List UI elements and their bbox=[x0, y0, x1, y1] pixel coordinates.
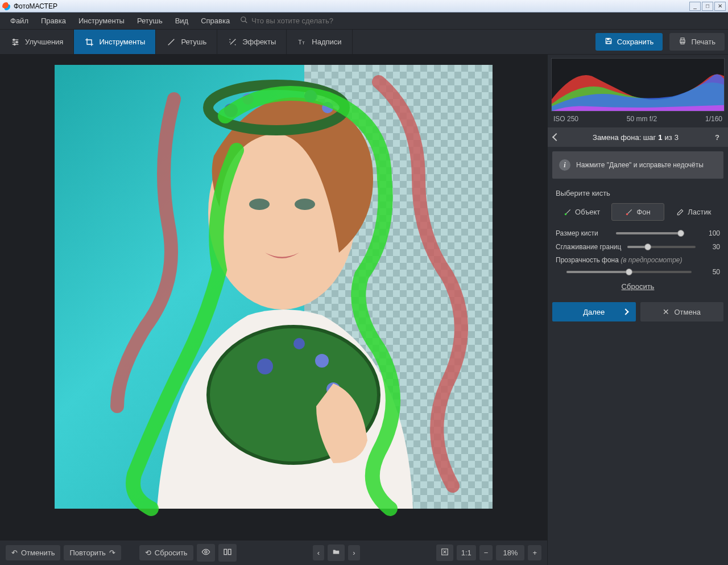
brush-icon bbox=[166, 37, 176, 47]
opacity-slider[interactable] bbox=[566, 267, 692, 277]
window-titlebar: ФотоМАСТЕР _ □ ✕ bbox=[0, 0, 728, 13]
brush-size-slider[interactable] bbox=[616, 229, 684, 238]
undo-button[interactable]: ↶Отменить bbox=[6, 545, 60, 560]
redo-button[interactable]: Повторить↷ bbox=[64, 545, 121, 560]
brush-object-icon bbox=[564, 208, 572, 216]
svg-point-7 bbox=[14, 43, 15, 45]
zoom-level[interactable]: 18% bbox=[496, 545, 524, 560]
save-label: Сохранить bbox=[617, 38, 654, 46]
brush-eraser-label: Ластик bbox=[688, 208, 711, 216]
reset-label: Сбросить bbox=[155, 548, 188, 557]
plus-icon: + bbox=[532, 548, 537, 557]
app-logo-icon bbox=[2, 2, 10, 10]
menu-tools[interactable]: Инструменты bbox=[73, 14, 130, 27]
magic-wand-icon bbox=[228, 37, 238, 47]
eye-icon bbox=[201, 547, 210, 558]
tab-effects[interactable]: Эффекты bbox=[217, 30, 287, 54]
svg-point-0 bbox=[241, 17, 246, 22]
tab-enhance-label: Улучшения bbox=[25, 38, 63, 46]
tab-text[interactable]: TT Надписи bbox=[287, 30, 352, 54]
maximize-button[interactable]: □ bbox=[702, 2, 713, 11]
zoom-actual-button[interactable]: 1:1 bbox=[457, 545, 476, 560]
undo-label: Отменить bbox=[21, 548, 55, 557]
svg-rect-31 bbox=[228, 549, 231, 554]
zoom-out-button[interactable]: − bbox=[479, 545, 493, 560]
tab-retouch[interactable]: Ретушь bbox=[156, 30, 217, 54]
minimize-button[interactable]: _ bbox=[689, 2, 701, 11]
cancel-button[interactable]: ✕ Отмена bbox=[640, 302, 724, 321]
brush-object-label: Объект bbox=[575, 208, 600, 216]
cancel-label: Отмена bbox=[674, 308, 701, 316]
step-current: 1 bbox=[658, 133, 662, 142]
exif-bar: ISO 250 50 mm f/2 1/160 bbox=[548, 113, 728, 127]
opacity-value: 50 bbox=[702, 268, 720, 276]
tab-instruments[interactable]: Инструменты bbox=[74, 30, 156, 54]
svg-text:T: T bbox=[299, 39, 303, 46]
search-input[interactable] bbox=[249, 14, 363, 27]
smooth-slider[interactable] bbox=[627, 242, 696, 251]
svg-point-34 bbox=[626, 213, 628, 215]
next-file-button[interactable]: › bbox=[348, 545, 359, 560]
preview-toggle-button[interactable] bbox=[197, 544, 215, 562]
exif-iso: ISO 250 bbox=[553, 115, 578, 123]
next-button[interactable]: Далее bbox=[552, 302, 636, 321]
histogram[interactable] bbox=[551, 58, 725, 112]
back-button[interactable] bbox=[552, 133, 560, 141]
smooth-value: 30 bbox=[702, 243, 720, 251]
menu-file[interactable]: Файл bbox=[5, 14, 34, 27]
fit-screen-button[interactable] bbox=[436, 545, 453, 561]
compare-button[interactable] bbox=[218, 544, 237, 562]
brush-size-label: Размер кисти bbox=[556, 229, 598, 237]
zoom-in-button[interactable]: + bbox=[528, 545, 541, 560]
close-button[interactable]: ✕ bbox=[714, 2, 726, 11]
svg-point-33 bbox=[565, 213, 567, 215]
tab-text-label: Надписи bbox=[312, 38, 341, 46]
svg-point-27 bbox=[293, 338, 305, 349]
print-button[interactable]: Печать bbox=[669, 33, 725, 51]
opacity-note: (в предпросмотре) bbox=[621, 256, 682, 264]
help-button[interactable]: ? bbox=[712, 132, 722, 142]
brush-object-button[interactable]: Объект bbox=[556, 203, 608, 221]
compare-icon bbox=[223, 547, 232, 558]
step-prefix: Замена фона: шаг bbox=[593, 133, 656, 142]
brush-eraser-button[interactable]: Ластик bbox=[668, 203, 720, 221]
exif-lens: 50 mm f/2 bbox=[627, 115, 657, 123]
text-icon: TT bbox=[297, 37, 307, 47]
step-of: из bbox=[665, 133, 672, 142]
brush-section-label: Выберите кисть bbox=[556, 189, 720, 197]
svg-rect-11 bbox=[607, 42, 610, 44]
crop-icon bbox=[84, 37, 94, 47]
sliders-icon bbox=[10, 37, 20, 47]
save-button[interactable]: Сохранить bbox=[595, 33, 663, 51]
menu-help[interactable]: Справка bbox=[195, 14, 235, 27]
menu-view[interactable]: Вид bbox=[169, 14, 195, 27]
redo-icon: ↷ bbox=[109, 548, 115, 557]
chevron-left-icon: ‹ bbox=[317, 548, 320, 557]
svg-rect-10 bbox=[607, 38, 610, 40]
reset-button[interactable]: ⟲Сбросить bbox=[139, 545, 193, 560]
photo-canvas[interactable] bbox=[55, 65, 493, 509]
reset-link[interactable]: Сбросить bbox=[556, 282, 720, 291]
menu-retouch[interactable]: Ретушь bbox=[131, 14, 168, 27]
close-icon: ✕ bbox=[663, 307, 669, 316]
brush-background-label: Фон bbox=[636, 208, 650, 216]
brush-background-icon bbox=[625, 208, 633, 216]
svg-point-29 bbox=[205, 551, 207, 553]
canvas-area[interactable] bbox=[0, 55, 547, 540]
tab-enhance[interactable]: Улучшения bbox=[0, 30, 74, 54]
print-icon bbox=[679, 37, 686, 47]
folder-icon bbox=[332, 548, 340, 558]
svg-point-5 bbox=[13, 39, 15, 40]
redo-label: Повторить bbox=[69, 548, 105, 557]
info-icon: i bbox=[559, 159, 570, 171]
menu-edit[interactable]: Правка bbox=[35, 14, 72, 27]
prev-file-button[interactable]: ‹ bbox=[313, 545, 324, 560]
hint-box: i Нажмите "Далее" и исправьте недочёты bbox=[552, 151, 723, 179]
smooth-label: Сглаживание границ bbox=[556, 243, 621, 251]
photo-overlay bbox=[55, 65, 493, 509]
open-folder-button[interactable] bbox=[328, 545, 345, 561]
brush-background-button[interactable]: Фон bbox=[611, 203, 664, 221]
hint-text: Нажмите "Далее" и исправьте недочёты bbox=[576, 161, 704, 169]
svg-line-1 bbox=[245, 21, 247, 23]
svg-text:T: T bbox=[302, 40, 305, 46]
